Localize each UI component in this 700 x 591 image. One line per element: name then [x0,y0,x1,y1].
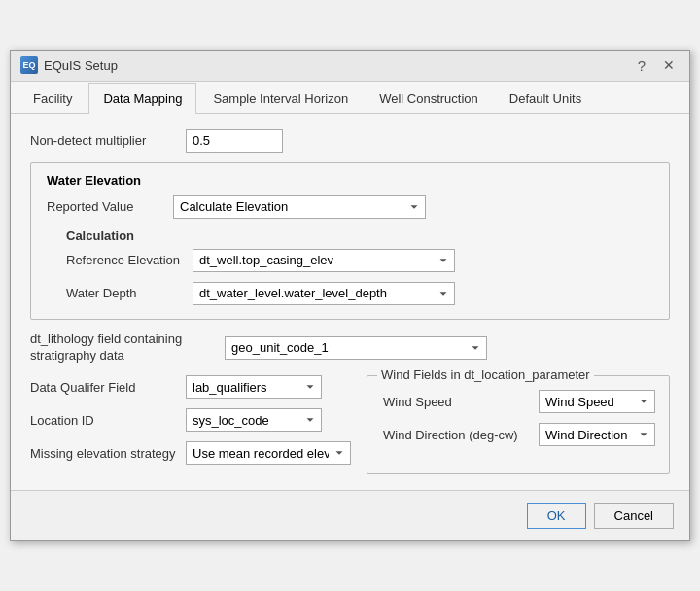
non-detect-label: Non-detect multiplier [30,133,186,148]
help-button[interactable]: ? [633,56,650,75]
wind-fields-group: Wind Fields in dt_location_parameter Win… [367,375,670,474]
ok-button[interactable]: OK [527,503,586,529]
bottom-section: Data Qualifer Field lab_qualifiers valid… [30,375,670,474]
lithology-row: dt_lithology field containing stratigrap… [30,331,670,365]
main-window: EQ EQuIS Setup ? ✕ Facility Data Mapping… [10,50,690,542]
missing-elevation-row: Missing elevation strategy Use mean reco… [30,441,351,465]
wind-direction-row: Wind Direction (deg-cw) Wind Direction A… [383,423,653,446]
wind-direction-select[interactable]: Wind Direction Average Wind Direction No… [539,423,655,446]
tab-well-construction[interactable]: Well Construction [365,83,493,114]
window-title: EQuIS Setup [44,58,118,73]
water-depth-select[interactable]: dt_water_level.water_level_depth dt_wate… [192,282,455,305]
lithology-label-line2: stratigraphy data [30,348,225,365]
titlebar-controls: ? ✕ [633,56,680,75]
wind-speed-row: Wind Speed Wind Speed Average Wind Speed… [383,390,653,413]
close-button[interactable]: ✕ [658,56,680,74]
lithology-select[interactable]: geo_unit_code_1 geo_unit_code_2 geo_unit… [225,336,487,360]
tab-facility[interactable]: Facility [18,83,87,114]
reference-elevation-row: Reference Elevation dt_well.top_casing_e… [66,249,653,272]
water-depth-label: Water Depth [66,286,192,300]
water-elevation-title: Water Elevation [47,173,653,188]
water-depth-row: Water Depth dt_water_level.water_level_d… [66,282,653,305]
non-detect-row: Non-detect multiplier [30,129,670,153]
app-icon: EQ [20,56,38,74]
reported-value-row: Reported Value Calculate Elevation Measu… [47,195,653,219]
tab-default-units[interactable]: Default Units [495,83,596,114]
left-fields: Data Qualifer Field lab_qualifiers valid… [30,375,351,474]
lithology-label-line1: dt_lithology field containing [30,331,225,348]
reported-value-label: Reported Value [47,199,173,214]
wind-speed-label: Wind Speed [383,395,539,409]
calculation-title: Calculation [66,228,653,243]
wind-speed-select[interactable]: Wind Speed Average Wind Speed None [539,390,655,413]
missing-elevation-select[interactable]: Use mean recorded elevation Use last rec… [186,441,351,465]
wind-fields-title: Wind Fields in dt_location_parameter [377,367,594,382]
content-area: Non-detect multiplier Water Elevation Re… [11,114,689,491]
non-detect-input[interactable] [186,129,283,153]
data-qualifier-select[interactable]: lab_qualifiers validator_qualifiers none [186,375,322,399]
reference-elevation-select[interactable]: dt_well.top_casing_elev dt_well.ground_e… [192,249,455,272]
tab-data-mapping[interactable]: Data Mapping [88,83,196,114]
location-id-label: Location ID [30,413,186,428]
water-elevation-group: Water Elevation Reported Value Calculate… [30,162,670,320]
data-qualifier-row: Data Qualifer Field lab_qualifiers valid… [30,375,351,399]
tabs-bar: Facility Data Mapping Sample Interval Ho… [11,82,689,114]
reference-elevation-label: Reference Elevation [66,253,192,267]
titlebar-left: EQ EQuIS Setup [20,56,118,74]
cancel-button[interactable]: Cancel [594,503,674,529]
calculation-section: Calculation Reference Elevation dt_well.… [66,228,653,305]
missing-elevation-label: Missing elevation strategy [30,446,186,461]
wind-direction-label: Wind Direction (deg-cw) [383,428,539,442]
location-id-row: Location ID sys_loc_code loc_name loc_co… [30,408,351,432]
location-id-select[interactable]: sys_loc_code loc_name loc_code [186,408,322,432]
tab-sample-interval[interactable]: Sample Interval Horizon [198,83,363,114]
titlebar: EQ EQuIS Setup ? ✕ [11,51,689,82]
lithology-label: dt_lithology field containing stratigrap… [30,331,225,365]
reported-value-select[interactable]: Calculate Elevation Measured Elevation N… [173,195,426,219]
footer: OK Cancel [11,490,689,540]
data-qualifier-label: Data Qualifer Field [30,380,186,395]
